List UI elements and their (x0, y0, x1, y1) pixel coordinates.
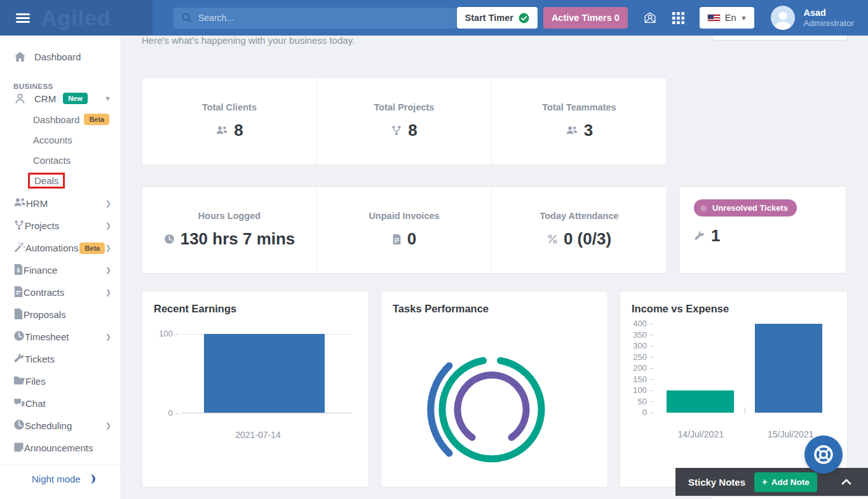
user-avatar[interactable] (771, 6, 795, 30)
add-note-button[interactable]: + Add Note (754, 472, 817, 492)
chevron-right-icon: ❯ (105, 288, 111, 296)
stat-total-teammates[interactable]: Total Teammates 3 (492, 78, 667, 164)
sidebar-item-scheduling[interactable]: Scheduling ❯ (0, 415, 121, 437)
global-search[interactable] (173, 8, 456, 29)
sidebar-item-label: Proposals (24, 309, 66, 320)
stat-today-attendance[interactable]: Today Attendance 0 (0/3) (492, 187, 667, 273)
inbox-envelope-icon[interactable] (643, 11, 657, 25)
night-mode-label: Night mode (32, 474, 81, 484)
users-icon (215, 125, 228, 136)
sidebar-item-hrm[interactable]: HRM ❯ (0, 192, 121, 215)
hamburger-menu-icon[interactable] (16, 11, 30, 25)
sidebar-item-label: Deals (34, 175, 58, 186)
sidebar-item-label: Chat (25, 398, 46, 409)
main-content: Hi, Asad Here’s what’s happening with yo… (121, 0, 868, 488)
sidebar-item-label: Timesheet (25, 331, 69, 342)
life-ring-icon (812, 443, 835, 466)
sidebar-item-timesheet[interactable]: Timesheet ❯ (0, 326, 121, 348)
stat-value: 3 (584, 121, 593, 140)
add-note-label: Add Note (771, 477, 810, 487)
top-navbar: Agiled Start Timer Active Timers 0 En ▼ … (0, 0, 868, 36)
sidebar-item-dashboard[interactable]: Dashboard (0, 46, 121, 67)
check-circle-icon (519, 13, 529, 23)
sidebar-item-chat[interactable]: Chat (0, 392, 121, 415)
wrench-icon (13, 352, 25, 366)
stats-row-1: Total Clients 8 Total Projects 8 Total T… (142, 77, 667, 165)
stat-hours-logged[interactable]: Hours Logged 130 hrs 7 mins (142, 187, 317, 273)
recent-earnings-plot (182, 334, 352, 413)
earnings-bar[interactable] (204, 334, 325, 413)
help-support-button[interactable] (804, 436, 843, 474)
sidebar-item-label: Files (25, 376, 46, 387)
sidebar-item-accounts[interactable]: Accounts (0, 130, 121, 150)
code-branch-icon (13, 219, 25, 233)
sidebar-item-label: Contracts (24, 287, 64, 298)
expense-bar[interactable] (755, 324, 822, 413)
chart-title: Recent Earnings (154, 303, 357, 315)
stat-value: 0 (407, 229, 416, 249)
sidebar-item-deals[interactable]: Deals (0, 170, 121, 190)
contract-file-icon (13, 286, 24, 300)
clock-icon (13, 419, 25, 432)
tasks-performance-donut[interactable] (381, 291, 609, 477)
chevron-right-icon: ❯ (105, 244, 111, 252)
sidebar-item-projects[interactable]: Projects ❯ (0, 215, 121, 237)
start-timer-button[interactable]: Start Timer (457, 7, 538, 29)
sidebar-item-crm[interactable]: CRM New ▼ (0, 88, 121, 109)
unresolved-tickets-card[interactable]: Unresolved Tickets 1 (679, 186, 846, 274)
sidebar-item-automations[interactable]: Automations Beta ❯ (0, 237, 121, 259)
income-expense-y-axis: 400350300250200150100500 (633, 319, 656, 417)
stat-label: Total Projects (374, 102, 435, 112)
percent-icon (547, 234, 558, 244)
stat-value: 1 (711, 226, 720, 246)
sidebar-item-crm-dashboard[interactable]: Dashboard Beta (0, 109, 121, 130)
stat-unpaid-invoices[interactable]: Unpaid Invoices 0 (317, 187, 492, 273)
user-name: Asad (803, 7, 854, 18)
users-icon (13, 197, 26, 210)
apps-grid-icon[interactable] (672, 12, 684, 24)
stat-label: Unpaid Invoices (369, 211, 439, 221)
chevron-right-icon: ❯ (105, 199, 111, 208)
sidebar-item-announcements[interactable]: Announcements (0, 437, 121, 459)
night-mode-toggle[interactable]: Night mode (0, 465, 121, 484)
wrench-icon (694, 230, 705, 241)
badge-dot (700, 205, 707, 211)
sidebar-item-contacts[interactable]: Contacts (0, 150, 121, 170)
sidebar-item-label: Finance (24, 265, 57, 276)
collapse-chevron-up-icon[interactable] (841, 479, 851, 485)
sidebar-item-files[interactable]: Files (0, 370, 121, 392)
sidebar-item-proposals[interactable]: Proposals (0, 303, 121, 326)
user-info[interactable]: Asad Administrator (803, 7, 854, 29)
recent-earnings-card: Recent Earnings 1000 2021-07-14 (142, 291, 369, 488)
file-icon (13, 308, 24, 322)
sidebar-item-contracts[interactable]: Contracts ❯ (0, 281, 121, 303)
x-axis-label: 2021-07-14 (182, 430, 334, 440)
sticky-notes-title: Sticky Notes (688, 477, 745, 488)
clock-icon (164, 234, 175, 244)
search-input[interactable] (198, 13, 449, 23)
chart-title: Income vs Expense (632, 303, 836, 315)
sidebar-item-label: Automations (25, 243, 78, 253)
stat-total-clients[interactable]: Total Clients 8 (142, 78, 317, 164)
sticky-notes-panel-edge (712, 496, 868, 499)
moon-icon (86, 474, 97, 484)
chevron-right-icon: ❯ (105, 266, 111, 274)
language-selector[interactable]: En ▼ (700, 7, 755, 29)
income-bar[interactable] (667, 390, 734, 413)
active-timers-label: Active Timers 0 (552, 13, 620, 23)
beta-badge: Beta (79, 243, 105, 254)
magic-wand-icon (13, 241, 25, 255)
tasks-performance-card: Tasks Performance (381, 291, 608, 488)
new-badge: New (63, 93, 88, 104)
code-branch-icon (391, 124, 402, 136)
active-timers-button[interactable]: Active Timers 0 (543, 7, 628, 29)
users-icon (566, 125, 578, 136)
sidebar-item-tickets[interactable]: Tickets (0, 348, 121, 370)
stat-label: Total Clients (202, 102, 257, 112)
stat-total-projects[interactable]: Total Projects 8 (317, 78, 492, 164)
page-subtitle: Here’s what’s happening with your busine… (142, 35, 355, 46)
inner-ring-arc (458, 375, 526, 437)
sidebar-item-finance[interactable]: $ Finance ❯ (0, 259, 121, 281)
chat-bubbles-icon (13, 397, 25, 410)
chevron-down-icon: ▼ (104, 95, 111, 102)
